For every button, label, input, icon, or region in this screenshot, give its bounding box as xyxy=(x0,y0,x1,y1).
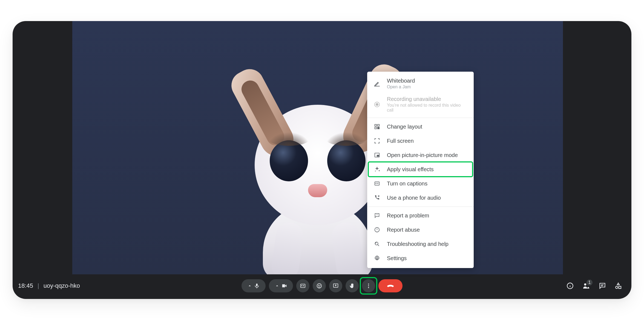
sparkle-icon xyxy=(373,165,381,173)
svg-rect-12 xyxy=(301,284,305,288)
pencil-icon xyxy=(373,80,381,88)
shapes-icon xyxy=(614,282,622,290)
menu-item-fullscreen[interactable]: Full screen xyxy=(367,134,474,148)
menu-label: Troubleshooting and help xyxy=(387,241,449,247)
svg-point-18 xyxy=(368,285,369,286)
menu-label: Recording unavailable xyxy=(387,96,468,102)
svg-rect-24 xyxy=(619,286,621,289)
svg-point-14 xyxy=(318,285,319,286)
svg-rect-8 xyxy=(375,182,380,185)
video-tile xyxy=(72,21,563,274)
captions-icon xyxy=(373,180,381,187)
meeting-code: uoy-qqzo-hko xyxy=(44,282,80,289)
chat-button[interactable] xyxy=(599,282,606,290)
fullscreen-icon xyxy=(373,137,381,145)
camera-icon xyxy=(281,283,287,289)
menu-separator xyxy=(367,118,474,118)
menu-label: Full screen xyxy=(387,138,414,144)
svg-point-1 xyxy=(376,103,378,106)
pip-icon xyxy=(373,151,381,159)
menu-item-whiteboard[interactable]: Whiteboard Open a Jam xyxy=(367,74,474,93)
info-icon xyxy=(566,282,574,290)
menu-item-troubleshoot[interactable]: Troubleshooting and help xyxy=(367,237,474,251)
participant-count-badge: 1 xyxy=(586,279,593,286)
svg-rect-5 xyxy=(378,127,379,129)
meeting-time: 18:45 xyxy=(18,282,33,289)
svg-rect-3 xyxy=(378,124,379,126)
camera-button[interactable] xyxy=(269,279,293,292)
feedback-icon xyxy=(373,212,381,219)
call-controls xyxy=(242,279,403,292)
activities-button[interactable] xyxy=(614,282,622,290)
menu-item-visual-effects[interactable]: Apply visual effects xyxy=(367,162,474,176)
menu-label: Report abuse xyxy=(387,227,420,233)
separator: | xyxy=(38,282,39,289)
captions-button[interactable] xyxy=(296,279,309,292)
menu-sub: Open a Jam xyxy=(387,85,415,89)
menu-label: Use a phone for audio xyxy=(387,195,441,201)
menu-label: Report a problem xyxy=(387,213,429,219)
phone-audio-icon xyxy=(373,194,381,202)
troubleshoot-icon xyxy=(373,240,381,248)
hand-icon xyxy=(349,283,355,289)
meeting-details-button[interactable] xyxy=(566,282,574,290)
svg-rect-2 xyxy=(375,124,376,126)
menu-item-change-layout[interactable]: Change layout xyxy=(367,120,474,134)
menu-label: Apply visual effects xyxy=(387,166,434,173)
present-icon xyxy=(333,283,339,289)
reactions-button[interactable] xyxy=(313,279,326,292)
menu-item-pip[interactable]: Open picture-in-picture mode xyxy=(367,148,474,162)
menu-item-phone-audio[interactable]: Use a phone for audio xyxy=(367,191,474,205)
menu-label: Turn on captions xyxy=(387,181,427,187)
menu-item-captions[interactable]: Turn on captions xyxy=(367,176,474,191)
cc-icon xyxy=(300,283,306,289)
menu-label: Settings xyxy=(387,255,407,261)
gear-icon xyxy=(373,254,381,262)
more-vertical-icon xyxy=(366,283,372,289)
mic-icon xyxy=(254,283,260,289)
svg-rect-4 xyxy=(375,127,376,129)
svg-point-17 xyxy=(368,284,369,285)
side-panel-controls: 1 xyxy=(566,282,626,290)
raise-hand-button[interactable] xyxy=(346,279,359,292)
svg-point-13 xyxy=(317,284,322,288)
bottom-toolbar: 18:45 | uoy-qqzo-hko xyxy=(13,273,631,299)
warning-icon xyxy=(373,226,381,234)
more-options-menu: Whiteboard Open a Jam Recording unavaila… xyxy=(367,72,474,268)
emoji-icon xyxy=(316,283,322,289)
svg-point-19 xyxy=(368,287,369,288)
layout-icon xyxy=(373,123,381,130)
meeting-info: 18:45 | uoy-qqzo-hko xyxy=(18,282,80,289)
chat-icon xyxy=(599,282,606,290)
menu-label: Whiteboard xyxy=(387,78,415,84)
record-icon xyxy=(373,101,381,108)
menu-item-report-abuse[interactable]: Report abuse xyxy=(367,223,474,237)
svg-point-15 xyxy=(320,285,320,286)
hangup-icon xyxy=(386,282,395,290)
menu-item-settings[interactable]: Settings xyxy=(367,251,474,265)
mic-button[interactable] xyxy=(242,279,266,292)
people-button[interactable]: 1 xyxy=(582,282,590,290)
svg-point-11 xyxy=(376,257,378,259)
menu-label: Open picture-in-picture mode xyxy=(387,152,458,158)
menu-sub: You're not allowed to record this video … xyxy=(387,103,468,113)
menu-item-recording: Recording unavailable You're not allowed… xyxy=(367,93,474,116)
more-options-button[interactable] xyxy=(362,279,375,292)
leave-call-button[interactable] xyxy=(378,279,403,292)
meeting-window: Whiteboard Open a Jam Recording unavaila… xyxy=(13,21,631,299)
menu-label: Change layout xyxy=(387,124,422,130)
svg-rect-7 xyxy=(377,155,379,156)
svg-point-23 xyxy=(616,286,618,289)
menu-item-report-problem[interactable]: Report a problem xyxy=(367,208,474,223)
menu-separator xyxy=(367,206,474,207)
present-button[interactable] xyxy=(329,279,342,292)
